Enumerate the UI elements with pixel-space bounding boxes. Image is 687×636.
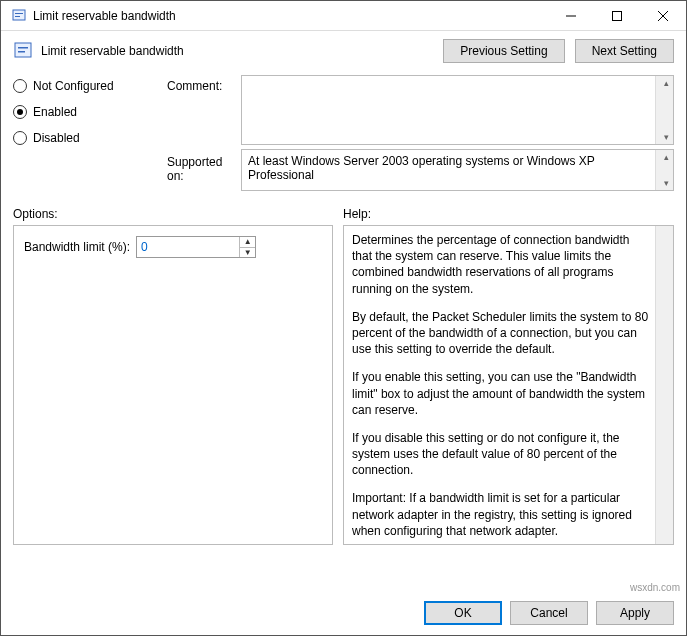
supported-on-text: At least Windows Server 2003 operating s… — [248, 154, 595, 182]
bandwidth-limit-label: Bandwidth limit (%): — [24, 240, 130, 254]
dialog-footer: OK Cancel Apply — [1, 593, 686, 635]
supported-label: Supported on: — [167, 149, 237, 183]
scroll-up-icon[interactable]: ▴ — [664, 78, 669, 88]
options-panel: Bandwidth limit (%): ▲ ▼ — [13, 225, 333, 545]
radio-icon — [13, 131, 27, 145]
close-button[interactable] — [640, 1, 686, 30]
bandwidth-limit-input[interactable] — [137, 237, 239, 257]
scroll-down-icon[interactable]: ▾ — [664, 178, 669, 188]
svg-rect-1 — [15, 13, 23, 14]
bandwidth-limit-row: Bandwidth limit (%): ▲ ▼ — [24, 236, 322, 258]
watermark: wsxdn.com — [630, 582, 680, 593]
maximize-button[interactable] — [594, 1, 640, 30]
config-grid: Not Configured Enabled Disabled Comment:… — [1, 71, 686, 203]
radio-enabled[interactable]: Enabled — [13, 105, 163, 119]
radio-label: Enabled — [33, 105, 77, 119]
panels: Bandwidth limit (%): ▲ ▼ Determines the … — [1, 225, 686, 553]
options-heading: Options: — [13, 207, 343, 221]
scroll-up-icon[interactable]: ▴ — [664, 152, 669, 162]
ok-button[interactable]: OK — [424, 601, 502, 625]
titlebar: Limit reservable bandwidth — [1, 1, 686, 31]
comment-label: Comment: — [167, 75, 237, 93]
comment-textarea[interactable]: ▴ ▾ — [241, 75, 674, 145]
window-buttons — [548, 1, 686, 30]
radio-not-configured[interactable]: Not Configured — [13, 79, 163, 93]
dialog-title: Limit reservable bandwidth — [41, 44, 443, 58]
help-panel: Determines the percentage of connection … — [343, 225, 674, 545]
dialog-header: Limit reservable bandwidth Previous Sett… — [1, 31, 686, 71]
cancel-button[interactable]: Cancel — [510, 601, 588, 625]
svg-rect-4 — [613, 11, 622, 20]
help-paragraph: By default, the Packet Scheduler limits … — [352, 309, 651, 358]
help-heading: Help: — [343, 207, 674, 221]
policy-icon — [13, 41, 33, 61]
help-paragraph: Determines the percentage of connection … — [352, 232, 651, 297]
window-title: Limit reservable bandwidth — [33, 9, 548, 23]
svg-rect-9 — [18, 51, 25, 53]
app-icon — [11, 8, 27, 24]
radio-label: Disabled — [33, 131, 80, 145]
help-paragraph: Important: If a bandwidth limit is set f… — [352, 490, 651, 539]
apply-button[interactable]: Apply — [596, 601, 674, 625]
supported-on-box: At least Windows Server 2003 operating s… — [241, 149, 674, 191]
scroll-down-icon[interactable]: ▾ — [664, 132, 669, 142]
next-setting-button[interactable]: Next Setting — [575, 39, 674, 63]
state-radios: Not Configured Enabled Disabled — [13, 75, 163, 145]
previous-setting-button[interactable]: Previous Setting — [443, 39, 564, 63]
bandwidth-limit-spinner[interactable]: ▲ ▼ — [136, 236, 256, 258]
radio-icon — [13, 79, 27, 93]
svg-rect-8 — [18, 47, 28, 49]
svg-rect-7 — [15, 43, 31, 57]
svg-rect-0 — [13, 10, 25, 20]
radio-icon — [13, 105, 27, 119]
radio-disabled[interactable]: Disabled — [13, 131, 163, 145]
svg-rect-2 — [15, 16, 20, 17]
help-paragraph: If you disable this setting or do not co… — [352, 430, 651, 479]
spinner-down-icon[interactable]: ▼ — [240, 247, 255, 258]
section-headings: Options: Help: — [1, 203, 686, 225]
minimize-button[interactable] — [548, 1, 594, 30]
spinner-up-icon[interactable]: ▲ — [240, 237, 255, 247]
radio-label: Not Configured — [33, 79, 114, 93]
help-paragraph: If you enable this setting, you can use … — [352, 369, 651, 418]
